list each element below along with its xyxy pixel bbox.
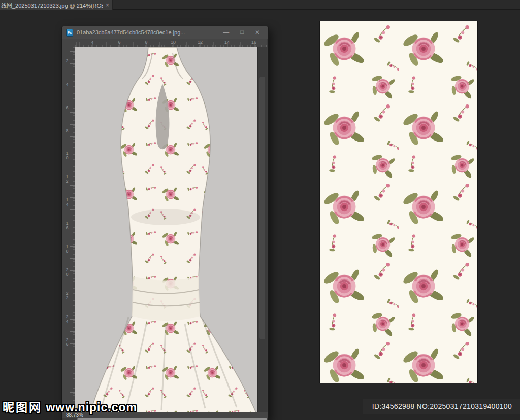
floral-pattern-image [320, 21, 477, 383]
vertical-scrollbar-thumb[interactable] [259, 77, 265, 339]
ruler-number: 24 [64, 314, 70, 323]
ruler-number: 6 [64, 105, 70, 110]
vertical-ruler: 2 4 6 8 10 12 14 16 18 20 22 24 26 [62, 47, 75, 412]
ruler-number: 8 [64, 128, 70, 133]
close-button[interactable]: ✕ [255, 29, 260, 36]
ruler-number: 10 [171, 40, 176, 45]
document-tab-bar: 线图_20250317210323.jpg @ 214%(RGB/8#) × [0, 0, 520, 10]
image-id-bar: ID:34562988 NO:20250317210319400100 [363, 399, 520, 414]
watermark-site-name: 昵图网 [3, 401, 42, 414]
ruler-number: 12 [64, 174, 70, 183]
document-window-titlebar[interactable]: Ps 01aba23cb5a477d54cb8c5478c8ec1e.jpg..… [62, 26, 268, 39]
document-tab-label: 线图_20250317210323.jpg @ 214%(RGB/8#) [1, 1, 103, 9]
horizontal-ruler: 4 6 8 10 12 14 16 [75, 39, 267, 47]
document-window-title: 01aba23cb5a477d54cb8c5478c8ec1e.jpg... [77, 29, 185, 36]
ruler-number: 26 [64, 337, 70, 346]
ruler-number: 14 [64, 197, 70, 206]
ruler-number: 14 [224, 40, 230, 45]
dress-illustration [75, 47, 257, 412]
ruler-number: 10 [64, 151, 70, 160]
ruler-number: 2 [64, 58, 70, 63]
document-tab[interactable]: 线图_20250317210323.jpg @ 214%(RGB/8#) × [0, 0, 113, 10]
window-controls: — □ ✕ [223, 29, 263, 36]
watermark-site-url: www.nipic.com [46, 401, 137, 414]
ruler-number: 22 [64, 291, 70, 300]
floral-pattern-svg [320, 21, 477, 383]
ruler-number: 16 [64, 221, 70, 230]
tab-close-icon[interactable]: × [106, 2, 109, 8]
canvas-dress-image[interactable] [75, 47, 257, 412]
minimize-button[interactable]: — [223, 29, 229, 36]
ruler-number: 18 [64, 244, 70, 253]
ruler-number: 12 [198, 40, 203, 45]
ruler-major-ticks [70, 47, 75, 412]
ruler-number: 20 [64, 267, 70, 276]
image-id-text: ID:34562988 NO:20250317210319400100 [372, 402, 512, 410]
watermark: 昵图网 www.nipic.com [3, 398, 137, 415]
document-window: Ps 01aba23cb5a477d54cb8c5478c8ec1e.jpg..… [62, 26, 268, 420]
ruler-number: 6 [118, 40, 120, 45]
ruler-number: 4 [64, 82, 70, 86]
ruler-number: 4 [91, 40, 93, 45]
ruler-number: 8 [145, 40, 147, 45]
ruler-number: 16 [251, 40, 256, 45]
ruler-corner [62, 39, 75, 47]
photoshop-workspace: 线图_20250317210323.jpg @ 214%(RGB/8#) × P… [0, 0, 520, 420]
file-thumbnail-icon: Ps [66, 29, 73, 37]
vertical-scrollbar[interactable] [257, 47, 267, 412]
maximize-button[interactable]: □ [240, 29, 244, 36]
